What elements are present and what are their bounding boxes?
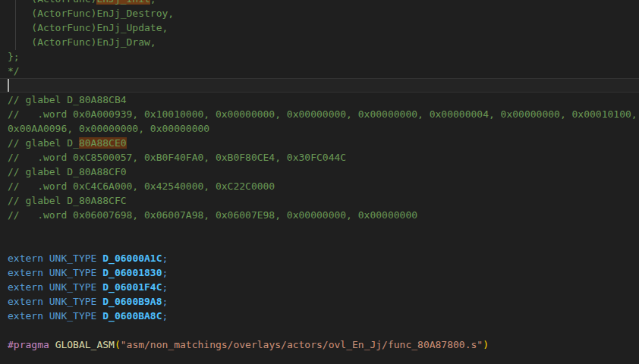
code-token: UNK_TYPE [49, 253, 97, 264]
code-token: extern [8, 253, 43, 264]
code-line[interactable]: // .word 0xC4C6A000, 0x42540000, 0xC22C0… [0, 179, 639, 193]
code-token: // glabel D_80A88CB4 [8, 94, 127, 105]
code-token: // .word 0x0A000939, 0x10010000, 0x00000… [8, 108, 639, 134]
code-line[interactable]: extern UNK_TYPE D_06001F4C; [0, 280, 639, 294]
code-line[interactable] [0, 352, 639, 364]
code-token: D_0600BA8C [102, 310, 162, 322]
code-area: (ActorFunc)EnJj_Init, (ActorFunc)EnJj_De… [0, 0, 639, 364]
code-editor[interactable]: (ActorFunc)EnJj_Init, (ActorFunc)EnJj_De… [0, 0, 639, 364]
code-line[interactable] [0, 323, 639, 337]
text-cursor [8, 79, 9, 92]
code-token: ; [162, 267, 168, 278]
code-token: (ActorFunc)EnJj_Draw, [8, 36, 156, 48]
code-token: ; [162, 281, 168, 293]
code-token: UNK_TYPE [49, 310, 97, 322]
code-token [49, 339, 55, 350]
code-line[interactable]: // glabel D_80A88CE0 [0, 136, 639, 150]
code-token: D_0600B9A8 [102, 296, 162, 307]
code-token: extern [8, 296, 43, 307]
code-line-current[interactable] [0, 78, 639, 93]
code-line[interactable]: // glabel D_80A88CFC [0, 193, 639, 208]
code-line[interactable]: (ActorFunc)EnJj_Update, [0, 20, 639, 35]
code-line[interactable]: */ [0, 64, 639, 78]
code-line[interactable]: // glabel D_80A88CB4 [0, 93, 639, 107]
code-line[interactable]: #pragma GLOBAL_ASM("asm/non_matchings/ov… [0, 337, 639, 352]
find-match-highlight: 80A88CE0 [79, 137, 127, 149]
code-token [43, 253, 49, 264]
code-token: #pragma [8, 339, 49, 350]
code-token: (ActorFunc) [8, 0, 96, 5]
code-line[interactable]: // .word 0x06007698, 0x06007A98, 0x06007… [0, 208, 639, 222]
code-token: ; [162, 296, 168, 307]
code-line[interactable]: }; [0, 49, 639, 64]
code-token: // .word 0xC4C6A000, 0x42540000, 0xC22C0… [8, 180, 275, 192]
code-token: // .word 0x06007698, 0x06007A98, 0x06007… [8, 209, 417, 221]
code-line[interactable]: extern UNK_TYPE D_0600B9A8; [0, 294, 639, 309]
code-token: ; [162, 310, 168, 322]
code-line[interactable]: extern UNK_TYPE D_06000A1C; [0, 251, 639, 265]
code-token: (ActorFunc)EnJj_Destroy, [8, 8, 174, 19]
code-token: ( [115, 339, 121, 350]
code-line[interactable] [0, 237, 639, 251]
code-token: }; [8, 51, 20, 62]
code-token: // glabel D_80A88CFC [8, 195, 127, 206]
code-token: D_06000A1C [102, 253, 162, 264]
code-line[interactable]: // .word 0xC8500057, 0xB0F40FA0, 0xB0F80… [0, 150, 639, 165]
code-token: GLOBAL_ASM [55, 339, 115, 350]
code-line[interactable]: extern UNK_TYPE D_06001830; [0, 265, 639, 280]
code-token [43, 281, 49, 293]
code-token: ) [483, 339, 489, 350]
find-match-highlight: EnJj_Init [96, 0, 150, 5]
code-token [43, 296, 49, 307]
code-line[interactable]: // .word 0x0A000939, 0x10010000, 0x00000… [0, 107, 639, 136]
code-line[interactable]: (ActorFunc)EnJj_Init, [0, 0, 639, 6]
code-token: // .word 0xC8500057, 0xB0F40FA0, 0xB0F80… [8, 152, 346, 163]
code-token: D_06001F4C [102, 281, 162, 293]
code-token: // glabel D_ [8, 137, 79, 149]
code-token: ; [162, 253, 168, 264]
code-token: // glabel D_80A88CF0 [8, 166, 127, 177]
code-token: UNK_TYPE [49, 281, 97, 293]
code-token: D_06001830 [102, 267, 162, 278]
code-token: UNK_TYPE [49, 267, 97, 278]
code-token [43, 310, 49, 322]
code-line[interactable]: (ActorFunc)EnJj_Destroy, [0, 6, 639, 20]
code-token: extern [8, 267, 43, 278]
code-token: (ActorFunc)EnJj_Update, [8, 22, 168, 33]
code-token: "asm/non_matchings/overlays/actors/ovl_E… [121, 339, 483, 350]
code-token: UNK_TYPE [49, 296, 97, 307]
code-token: , [150, 0, 156, 5]
code-line[interactable]: // glabel D_80A88CF0 [0, 165, 639, 179]
code-line[interactable] [0, 222, 639, 237]
code-token: extern [8, 310, 43, 322]
code-token: extern [8, 281, 43, 293]
indent-guide [15, 0, 16, 50]
code-token: */ [8, 65, 20, 77]
code-token [43, 267, 49, 278]
code-line[interactable]: extern UNK_TYPE D_0600BA8C; [0, 309, 639, 323]
code-line[interactable]: (ActorFunc)EnJj_Draw, [0, 35, 639, 49]
